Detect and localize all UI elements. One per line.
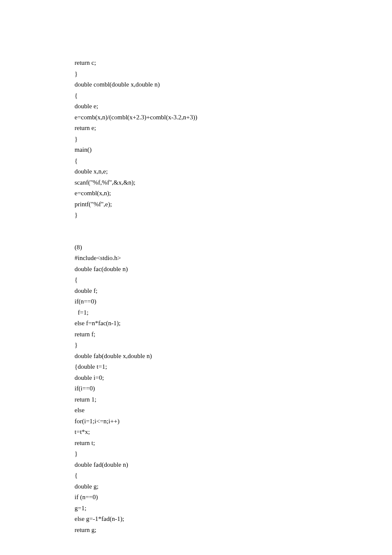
document-page: return c; } double combl(double x,double… (0, 0, 392, 555)
section-gap (75, 221, 392, 242)
code-block-1: return c; } double combl(double x,double… (75, 58, 392, 221)
code-block-2: (8) #include<stdio.h> double fac(double … (75, 242, 392, 536)
